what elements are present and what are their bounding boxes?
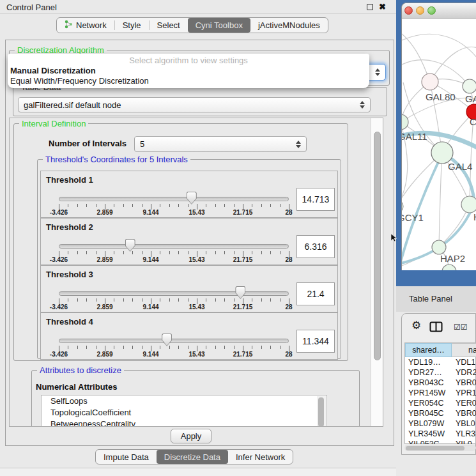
table-cell-shared-name: YIL052C bbox=[405, 439, 452, 444]
minor-tick bbox=[96, 298, 96, 302]
tab-jactivemnodules[interactable]: jActiveMNodules bbox=[250, 18, 328, 33]
minor-tick bbox=[86, 204, 87, 207]
attributes-group: Attributes to discretize Numerical Attri… bbox=[31, 370, 360, 427]
tab-network[interactable]: Network bbox=[57, 18, 114, 33]
slider-thumb[interactable] bbox=[125, 239, 135, 252]
dropdown-option-manual-discretization[interactable]: Manual Discretization bbox=[10, 66, 96, 75]
scale-label: 28 bbox=[285, 209, 292, 216]
scale-label: 15.43 bbox=[188, 351, 204, 358]
attribute-list[interactable]: SelfLoopsTopologicalCoefficientBetweenne… bbox=[41, 395, 327, 427]
num-intervals-combobox[interactable]: 5 bbox=[134, 136, 307, 152]
network-node[interactable] bbox=[402, 200, 403, 213]
zoom-traffic-light-icon[interactable] bbox=[427, 6, 436, 15]
tab-discretize-data[interactable]: Discretize Data bbox=[157, 450, 228, 464]
columns-icon[interactable] bbox=[429, 321, 443, 332]
tab-select[interactable]: Select bbox=[150, 18, 188, 33]
table-row[interactable]: YPR145WYPR1 bbox=[405, 388, 476, 398]
threshold-slider-track[interactable] bbox=[59, 197, 289, 201]
table-row[interactable]: YBR043CYBR0 bbox=[405, 378, 476, 388]
algorithm-dropdown-popup: Select algorithm to view settings Manual… bbox=[8, 54, 369, 88]
apply-button[interactable]: Apply bbox=[171, 429, 211, 443]
table-row[interactable]: YBR045CYBR0 bbox=[405, 408, 476, 418]
dropdown-option-equal-width[interactable]: Equal Width/Frequency Discretization bbox=[10, 76, 149, 86]
table-row[interactable]: YDR27…YDR2 bbox=[405, 367, 476, 378]
scale-label: 2.859 bbox=[96, 256, 112, 263]
table-h-scrollbar-thumb[interactable] bbox=[406, 446, 464, 450]
table-data-combobox[interactable]: galFiltered.sif default node bbox=[18, 97, 371, 112]
table-row[interactable]: YIL052CYIL0 bbox=[405, 439, 476, 444]
column-header-shared-name[interactable]: shared… bbox=[405, 343, 452, 357]
threshold-block: Threshold 4-3.4262.8599.14415.4321.71528… bbox=[40, 312, 338, 360]
attribute-list-item[interactable]: SelfLoops bbox=[42, 395, 326, 407]
close-icon[interactable]: ✖ bbox=[379, 2, 386, 12]
minor-tick bbox=[169, 346, 170, 349]
threshold-value-field[interactable]: 6.316 bbox=[296, 235, 335, 258]
threshold-value-field[interactable]: 14.713 bbox=[296, 188, 335, 211]
attribute-list-item[interactable]: TopologicalCoefficient bbox=[42, 407, 326, 418]
slider-thumb[interactable] bbox=[162, 334, 172, 346]
tab-impute-data[interactable]: Impute Data bbox=[96, 450, 157, 464]
table-cell-name: YPR1 bbox=[452, 388, 476, 398]
gear-icon[interactable]: ⚙ bbox=[411, 319, 421, 332]
threshold-slider-track[interactable] bbox=[59, 244, 289, 249]
table-h-scrollbar[interactable] bbox=[404, 445, 476, 451]
dropdown-placeholder-option[interactable]: Select algorithm to view settings bbox=[8, 56, 369, 65]
minor-tick bbox=[142, 346, 142, 349]
scale-label: 9.144 bbox=[142, 303, 158, 311]
threshold-slider-track[interactable] bbox=[59, 339, 289, 343]
table-body: YDL19…YDL1YDR27…YDR2YBR043CYBR0YPR145WYP… bbox=[405, 357, 476, 444]
scale-label: 21.715 bbox=[233, 256, 253, 263]
column-header-name[interactable]: na bbox=[452, 343, 476, 357]
network-window: GAL80GACGAL11GAL4GCY1HHAP2 bbox=[401, 3, 476, 270]
network-node[interactable] bbox=[431, 142, 453, 164]
attribute-list-item[interactable]: BetweennessCentrality bbox=[42, 418, 326, 427]
scale-label: 2.859 bbox=[96, 351, 112, 358]
network-canvas[interactable]: GAL80GACGAL11GAL4GCY1HHAP2 bbox=[402, 19, 476, 270]
threshold-slider-track[interactable] bbox=[59, 291, 289, 296]
scale-label: 28 bbox=[285, 303, 292, 311]
minor-tick bbox=[160, 204, 160, 207]
minor-tick bbox=[142, 204, 142, 207]
list-scrollbar[interactable] bbox=[317, 396, 326, 427]
threshold-value-field[interactable]: 11.344 bbox=[296, 330, 335, 353]
slider-thumb[interactable] bbox=[235, 286, 245, 299]
minor-tick bbox=[261, 204, 262, 207]
list-scrollbar-thumb[interactable] bbox=[318, 397, 324, 427]
network-node[interactable] bbox=[463, 79, 476, 93]
scale-label: 28 bbox=[285, 256, 292, 263]
network-node[interactable] bbox=[422, 73, 438, 90]
minor-tick bbox=[77, 298, 78, 302]
table-cell-name: YDL1 bbox=[452, 357, 475, 367]
network-node[interactable] bbox=[461, 196, 476, 213]
close-traffic-light-icon[interactable] bbox=[404, 6, 413, 15]
table-cell-name: YIL0 bbox=[452, 439, 472, 444]
threshold-value-field[interactable]: 21.4 bbox=[296, 282, 335, 305]
minor-tick bbox=[206, 204, 206, 207]
tab-cyni-toolbox[interactable]: Cyni Toolbox bbox=[188, 18, 250, 33]
table-header-row: shared… na bbox=[405, 343, 476, 357]
table-row[interactable]: YER054CYER0 bbox=[405, 398, 476, 408]
minor-tick bbox=[114, 298, 114, 302]
minimize-traffic-light-icon[interactable] bbox=[416, 6, 424, 15]
network-node[interactable] bbox=[402, 114, 408, 130]
minor-tick bbox=[215, 204, 216, 207]
scale-label: 15.43 bbox=[188, 303, 204, 311]
tab-infer-network[interactable]: Infer Network bbox=[228, 450, 293, 464]
tab-style[interactable]: Style bbox=[115, 18, 149, 33]
table-row[interactable]: YBL079WYBL0 bbox=[405, 418, 476, 429]
network-node[interactable] bbox=[442, 265, 456, 270]
network-icon bbox=[65, 20, 73, 31]
minor-tick bbox=[252, 204, 252, 207]
table-row[interactable]: YDL19…YDL1 bbox=[405, 357, 476, 367]
settings-scrollbar-thumb[interactable] bbox=[374, 132, 381, 360]
float-window-icon[interactable] bbox=[367, 4, 373, 10]
num-intervals-value: 5 bbox=[140, 139, 144, 149]
checkboxes-icon[interactable]: ☑☑ bbox=[454, 323, 468, 332]
scale-label: 21.715 bbox=[233, 303, 253, 311]
scale-label: 28 bbox=[285, 351, 292, 358]
network-node[interactable] bbox=[432, 240, 446, 254]
settings-scrollbar[interactable] bbox=[371, 118, 383, 426]
table-row[interactable]: YLR345WYLR3 bbox=[405, 429, 476, 439]
minor-tick bbox=[206, 346, 206, 349]
slider-thumb[interactable] bbox=[187, 192, 197, 204]
